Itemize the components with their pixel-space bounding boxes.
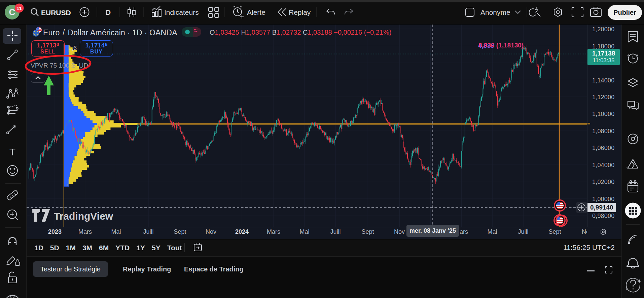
svg-text:11: 11 — [16, 5, 22, 11]
svg-text:Anonyme: Anonyme — [480, 8, 510, 16]
svg-text:Replay: Replay — [289, 8, 311, 16]
svg-text:EURUSD: EURUSD — [41, 9, 71, 16]
svg-text:8,836 (1,18130): 8,836 (1,18130) — [478, 42, 524, 49]
svg-text:C: C — [9, 7, 15, 17]
svg-text:TradingView: TradingView — [54, 211, 113, 222]
svg-text:T: T — [9, 146, 15, 157]
svg-text:D: D — [106, 8, 111, 16]
svg-text:Alerte: Alerte — [247, 8, 265, 16]
svg-text:Indicateurs: Indicateurs — [164, 8, 199, 16]
